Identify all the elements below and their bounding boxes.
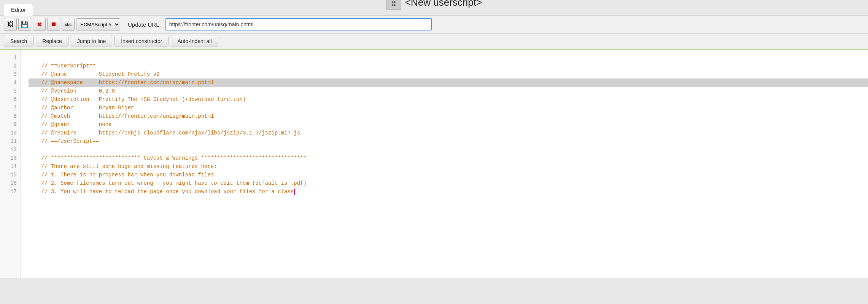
editor-area: 1234567891011121314151617 // ==UserScrip… [0, 50, 868, 278]
line-number: 11 [0, 137, 21, 146]
delete-icon: ✖ [37, 21, 42, 28]
update-url-input[interactable] [165, 18, 432, 30]
code-line: // @namespace https://fronter.com/unisg/… [29, 78, 868, 87]
insert-constructor-button[interactable]: Insert constructor [114, 36, 169, 46]
line-number: 2 [0, 62, 21, 70]
line-number: 15 [0, 171, 21, 179]
auto-indent-button[interactable]: Auto-Indent all [171, 36, 218, 46]
line-number: 3 [0, 70, 21, 78]
code-content[interactable]: // ==UserScript== // @name Studynet Pret… [21, 50, 868, 278]
open-button[interactable]: 🖼 [4, 18, 17, 31]
line-number: 17 [0, 187, 21, 196]
code-line: // There are still some bugs and missing… [29, 162, 868, 171]
line-number: 7 [0, 104, 21, 112]
code-line: // ==UserScript== [29, 62, 868, 70]
line-number: 1 [0, 53, 21, 62]
search-button[interactable]: Search [4, 36, 33, 46]
code-line: // ==/UserScript== [29, 137, 868, 146]
line-number: 16 [0, 179, 21, 187]
line-number: 5 [0, 87, 21, 95]
line-number: 8 [0, 112, 21, 120]
code-line: // @name Studynet Pretify v2 [29, 70, 868, 78]
save-button[interactable]: 💾 [18, 18, 31, 31]
app-logo: ◼◼◼◼◼◼ <New userscript> [386, 0, 482, 10]
toolbar: 🖼 💾 ✖ ⏹ abc ECMAScript 5 ECMAScript 6 EC… [0, 16, 868, 34]
title-bar: ◼◼◼◼◼◼ <New userscript> [0, 0, 868, 4]
code-line: // @grant none [29, 120, 868, 129]
line-number: 10 [0, 129, 21, 137]
cursor [294, 189, 295, 195]
replace-button[interactable]: Replace [36, 36, 68, 46]
line-number: 6 [0, 95, 21, 104]
code-line: // 3. You will have to reload the page o… [29, 187, 868, 196]
line-number: 14 [0, 162, 21, 171]
line-number: 4 [0, 78, 21, 87]
code-line [29, 146, 868, 154]
code-line [29, 53, 868, 62]
delete-button[interactable]: ✖ [33, 18, 46, 31]
save-icon: 💾 [21, 21, 29, 28]
code-line: // **************************** Caveat &… [29, 154, 868, 162]
line-number: 13 [0, 154, 21, 162]
code-line: // @match https://fronter.com/unisg/main… [29, 112, 868, 120]
code-line: // @author Bryan Giger [29, 104, 868, 112]
stop-icon: ⏹ [51, 21, 57, 28]
code-line: // @require https://cdnjs.cloudflare.com… [29, 129, 868, 137]
page-title: <New userscript> [405, 0, 482, 8]
tab-editor[interactable]: Editor [4, 4, 33, 16]
code-line: // 1. There is no progress bar when you … [29, 171, 868, 179]
code-line: // @description Prettify The HSG Studyne… [29, 95, 868, 104]
code-line: // @version 0.2.0 [29, 87, 868, 95]
code-line: // 2. Some filenames turn out wrong - yo… [29, 179, 868, 187]
abc-button[interactable]: abc [62, 18, 75, 31]
action-bar: Search Replace Jump to line Insert const… [0, 34, 868, 50]
line-number: 12 [0, 146, 21, 154]
abc-icon: abc [65, 22, 72, 27]
jump-to-line-button[interactable]: Jump to line [71, 36, 112, 46]
line-numbers: 1234567891011121314151617 [0, 50, 21, 278]
line-number: 9 [0, 120, 21, 129]
open-icon: 🖼 [7, 21, 13, 28]
update-url-label: Update URL: [128, 21, 161, 28]
ecmascript-select[interactable]: ECMAScript 5 ECMAScript 6 ECMAScript 3 [76, 18, 120, 30]
stop-button[interactable]: ⏹ [47, 18, 60, 31]
logo-icon: ◼◼◼◼◼◼ [386, 0, 401, 10]
